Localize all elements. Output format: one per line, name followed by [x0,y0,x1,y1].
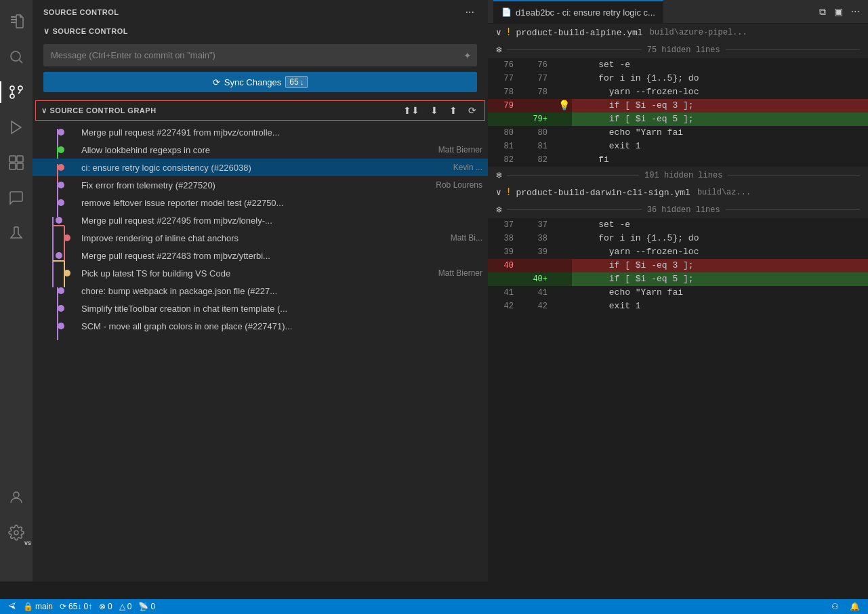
sync-changes-button[interactable]: ⟳ Sync Changes 65 ↓ [43,72,477,92]
expand-icon: ❄ [496,169,501,181]
hidden-lines-top-1[interactable]: ❄ 75 hidden lines [488,41,868,58]
line-num-left: 82 [488,153,522,167]
graph-item-selected[interactable]: ci: ensure retry logic consistency (#226… [33,159,488,176]
graph-item[interactable]: Merge pull request #227483 from mjbvz/yt… [33,247,488,264]
branch-push-button[interactable]: ⬆ [447,104,460,117]
sidebar-header-actions: ··· [463,5,477,20]
chevron-down-icon: ∨ [43,26,50,36]
graph-item[interactable]: chore: bump webpack in package.json file… [33,282,488,300]
activity-item-explorer[interactable] [0,5,33,38]
svg-marker-7 [12,121,21,134]
line-num-left: 38 [488,232,522,245]
error-status[interactable]: ⊗ 0 [96,599,115,614]
graph-item-text: Allow lookbehind regexps in core [81,145,434,155]
graph-item[interactable]: Simplify titleToolbar creation in chat i… [33,300,488,317]
hidden-lines-top-2[interactable]: ❄ 36 hidden lines [488,201,868,218]
line-num-right: 76 [522,58,556,72]
graph-item-text: Merge pull request #227491 from mjbvz/co… [81,127,482,138]
activity-item-source-control[interactable] [0,76,33,108]
diff-line: 42 42 exit 1 [488,300,868,313]
editor-tab[interactable]: 📄 d1eab2bc - ci: ensure retry logic c... [493,0,663,24]
activity-item-settings[interactable]: vs [0,516,33,549]
source-control-section: ∨ SOURCE CONTROL ✦ ⟳ Sync Changes 65 ↓ [33,24,488,98]
line-num-left: 81 [488,140,522,153]
graph-item[interactable]: Merge pull request #227495 from mjbvz/lo… [33,211,488,229]
graph-header-actions: ⬆⬇ ⬇ ⬆ ⟳ [400,104,479,117]
sync-count: 65 [289,77,298,87]
commit-dot [58,129,64,136]
graph-item[interactable]: Merge pull request #227491 from mjbvz/co… [33,123,488,141]
graph-dot-area [41,217,81,224]
diff-gutter [556,259,572,272]
commit-dot [56,252,62,259]
activity-item-run[interactable] [0,111,33,144]
line-num-left: 80 [488,126,522,140]
lock-icon: 🔒 [23,602,33,611]
editor-tab-title: d1eab2bc - ci: ensure retry logic c... [516,7,655,18]
diff-line-content: if [ $i -eq 3 ]; [572,99,868,112]
branch-pull-button[interactable]: ⬇ [428,104,441,117]
down-arrow-icon: ↓ [300,78,304,86]
source-control-section-header[interactable]: ∨ SOURCE CONTROL [38,24,482,39]
commit-message-input[interactable] [43,44,477,66]
commit-dot [56,217,62,224]
svg-point-3 [11,52,20,61]
graph-section-header-left: ∨ SOURCE CONTROL GRAPH [41,106,157,115]
graph-item[interactable]: Improve rendering of inline chat anchors… [33,229,488,247]
diff-gutter [556,140,572,153]
bulb-icon: 💡 [558,99,570,112]
graph-refresh-button[interactable]: ⟳ [466,104,479,117]
sync-status-icon: ⟳ [60,602,66,611]
graph-section: ∨ SOURCE CONTROL GRAPH ⬆⬇ ⬇ ⬆ ⟳ Merge pu… [33,98,488,581]
sync-up-count: 0↑ [83,602,92,611]
activity-item-chat[interactable] [0,182,33,214]
remote-button[interactable]: ⮘ [5,599,19,614]
sync-count-badge: 65 ↓ [285,76,308,88]
tab-more-button[interactable]: ··· [848,4,863,19]
file-name-2: product-build-darwin-cli-sign.yml [516,188,690,198]
file-header-2[interactable]: ∨ ! product-build-darwin-cli-sign.yml bu… [488,184,868,201]
warning-status[interactable]: △ 0 [117,599,135,614]
svg-rect-0 [11,16,16,18]
split-vertical-button[interactable]: ▣ [831,4,846,19]
no-network-status[interactable]: 📡 0 [136,599,158,614]
status-bar: ⮘ 🔒 main ⟳ 65↓ 0↑ ⊗ 0 △ 0 📡 0 ⚇ 🔔 [0,599,868,614]
sidebar-more-button[interactable]: ··· [463,5,477,20]
branch-button[interactable]: 🔒 main [20,599,56,614]
diff-line-removed: 79 💡 if [ $i -eq 3 ]; [488,99,868,112]
diff-line-added-2: 40+ if [ $i -eq 5 ]; [488,272,868,286]
sync-status-button[interactable]: ⟳ 65↓ 0↑ [57,599,95,614]
activity-item-search[interactable] [0,41,33,73]
file-header-1[interactable]: ∨ ! product-build-alpine.yml build\azure… [488,24,868,41]
line-num-right: 80 [522,126,556,140]
bell-icon: 🔔 [850,602,860,611]
diff-line: 78 78 yarn --frozen-loc [488,85,868,99]
line-num-right: 41 [522,286,556,300]
split-editor-button[interactable]: ⧉ [817,4,829,19]
diff-line-content: for i in {1..5}; do [572,72,868,85]
graph-dot-area [41,129,81,136]
hidden-lines-bottom-1[interactable]: ❄ 101 hidden lines [488,167,868,184]
line-num-right: 79+ [522,112,556,126]
bell-status[interactable]: 🔔 [847,599,863,614]
copilot-status[interactable]: ⚇ [829,599,842,614]
graph-item[interactable]: remove leftover issue reporter model tes… [33,194,488,211]
warning-status-icon: △ [119,602,125,611]
activity-item-extensions[interactable] [0,146,33,179]
svg-point-5 [18,86,22,90]
graph-item[interactable]: Allow lookbehind regexps in core Matt Bi… [33,141,488,159]
graph-section-header[interactable]: ∨ SOURCE CONTROL GRAPH ⬆⬇ ⬇ ⬆ ⟳ [35,100,485,121]
graph-item[interactable]: SCM - move all graph colors in one place… [33,317,488,335]
line-num-left [488,112,522,126]
status-left: ⮘ 🔒 main ⟳ 65↓ 0↑ ⊗ 0 △ 0 📡 0 [5,599,158,614]
diff-line-content: set -e [572,218,868,232]
graph-item[interactable]: Pick up latest TS for building VS Code M… [33,264,488,282]
graph-item[interactable]: Fix error from telemetry (#227520) Rob L… [33,176,488,194]
graph-dot-area [41,252,81,259]
diff-gutter [556,245,572,259]
activity-item-lab[interactable] [0,217,33,249]
svg-point-6 [10,86,14,90]
branch-fetch-button[interactable]: ⬆⬇ [400,104,422,117]
activity-item-account[interactable] [0,481,33,514]
hidden-lines-count-2: 36 hidden lines [647,205,720,215]
